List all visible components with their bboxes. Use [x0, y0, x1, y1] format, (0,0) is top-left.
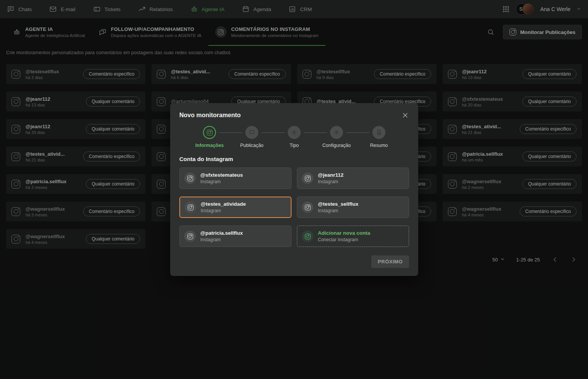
account-card-testes-atividade[interactable]: @testes_atividade Instagram — [179, 197, 292, 218]
step-publicacao[interactable]: Publicação — [231, 126, 273, 148]
instagram-icon — [302, 173, 313, 184]
account-handle: @sfxtestemateus — [200, 172, 243, 178]
account-platform: Instagram — [200, 237, 243, 242]
modal-title: Novo monitoramento — [179, 112, 241, 119]
account-handle: @jeanr112 — [318, 172, 343, 178]
step-label: Informações — [195, 143, 224, 148]
account-card-patricia-sellflux[interactable]: @patricia.sellflux Instagram — [179, 226, 292, 247]
step-label: Configuração — [322, 143, 351, 148]
add-account-card[interactable]: Adicionar nova conta Conectar Instagram — [297, 226, 409, 247]
add-account-title: Adicionar nova conta — [318, 230, 370, 236]
gear-icon — [288, 126, 301, 139]
instagram-icon — [203, 126, 216, 139]
modal-header: Novo monitoramento — [179, 111, 409, 119]
account-platform: Instagram — [201, 208, 246, 213]
account-platform: Instagram — [200, 179, 243, 184]
account-handle: @testes_atividade — [201, 201, 246, 207]
step-configuracao[interactable]: Configuração — [316, 126, 358, 148]
add-account-subtitle: Conectar Instagram — [318, 237, 370, 242]
instagram-icon — [185, 202, 196, 213]
section-title: Conta do Instagram — [179, 156, 409, 162]
step-label: Resumo — [370, 143, 388, 148]
account-platform: Instagram — [318, 208, 358, 213]
stepper: Informações Publicação Tipo Configuração… — [179, 126, 409, 148]
instagram-icon — [184, 231, 196, 242]
close-icon[interactable] — [401, 111, 409, 119]
instagram-icon — [184, 173, 196, 184]
comment-icon — [245, 126, 258, 139]
step-label: Publicação — [240, 143, 263, 148]
account-platform: Instagram — [318, 179, 343, 184]
modal-footer: PRÓXIMO — [179, 255, 409, 268]
step-label: Tipo — [290, 143, 299, 148]
next-button[interactable]: PRÓXIMO — [371, 255, 409, 268]
account-card-jeanr112[interactable]: @jeanr112 Instagram — [297, 168, 409, 189]
gear-icon — [330, 126, 343, 139]
step-informacoes[interactable]: Informações — [188, 126, 231, 148]
step-tipo[interactable]: Tipo — [273, 126, 316, 148]
instagram-icon — [302, 231, 313, 242]
accounts-grid: @sfxtestemateus Instagram @jeanr112 Inst… — [179, 168, 409, 247]
step-resumo[interactable]: Resumo — [358, 126, 400, 148]
instagram-icon — [302, 202, 313, 213]
new-monitoring-modal: Novo monitoramento Informações Publicaçã… — [170, 103, 418, 276]
document-icon — [372, 126, 385, 139]
account-handle: @testes_sellflux — [318, 201, 358, 207]
account-handle: @patricia.sellflux — [200, 230, 243, 236]
account-card-sfxtestemateus[interactable]: @sfxtestemateus Instagram — [179, 168, 292, 189]
account-card-testes-sellflux[interactable]: @testes_sellflux Instagram — [297, 197, 409, 218]
